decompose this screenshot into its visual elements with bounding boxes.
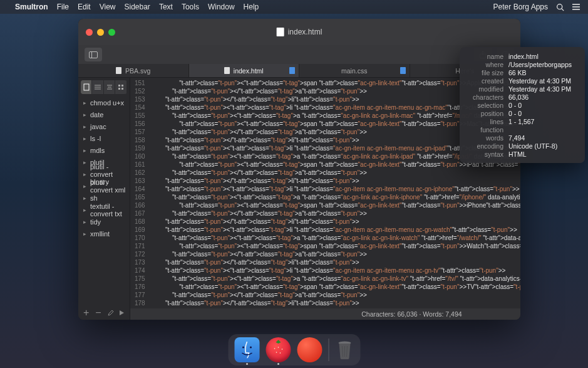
tab-label: index.html <box>234 67 264 75</box>
minimize-button[interactable] <box>97 29 104 36</box>
sidebar-item[interactable]: ▸ls -l <box>78 132 130 144</box>
seg-center-icon[interactable] <box>104 80 115 94</box>
info-row: selection0 - 0 <box>466 101 579 109</box>
svg-point-26 <box>274 348 275 349</box>
chevron-right-icon: ▸ <box>83 195 86 201</box>
info-key: selection <box>466 102 503 109</box>
menu-view[interactable]: View <box>100 3 116 11</box>
info-key: name <box>466 53 503 60</box>
dock-trash-icon[interactable] <box>335 339 354 361</box>
status-bar: Characters: 66,036 · Words: 7,494 <box>130 308 520 320</box>
sidebar-item[interactable]: ▸javac <box>78 120 130 132</box>
menu-edit[interactable]: Edit <box>78 3 91 11</box>
app-window: index.html PBA.svg index.html main.css H… <box>78 19 520 320</box>
sidebar-item[interactable]: ▸date <box>78 108 130 120</box>
window-title: index.html <box>277 28 322 36</box>
info-row: where/Users/peterborgapps <box>466 60 579 68</box>
info-row: words7,494 <box>466 134 579 142</box>
file-icon <box>224 67 230 74</box>
running-indicator <box>246 363 248 365</box>
svg-point-29 <box>276 352 277 353</box>
info-row: lines1 - 1,567 <box>466 117 579 125</box>
seg-list-icon[interactable] <box>92 80 103 94</box>
tab[interactable]: PBA.svg <box>78 64 189 77</box>
sidebar-item[interactable]: ▸chmod u+x <box>78 97 130 108</box>
info-row: position0 - 0 <box>466 109 579 117</box>
window-title-text: index.html <box>288 28 322 36</box>
file-icon <box>116 67 121 74</box>
info-key: position <box>466 110 503 117</box>
info-key: where <box>466 61 503 68</box>
info-key: syntax <box>466 150 503 158</box>
sidebar-toggle-button[interactable] <box>85 48 102 61</box>
info-value: Unicode (UTF-8) <box>508 142 557 150</box>
info-value: Yesterday at 4:30 PM <box>508 77 571 85</box>
sidebar-item[interactable]: ▸tidy <box>78 216 130 228</box>
sidebar-view-segmented[interactable] <box>81 80 127 94</box>
info-value: index.html <box>508 53 539 60</box>
svg-rect-12 <box>84 84 89 90</box>
info-key: encoding <box>466 142 503 150</box>
dock-smultron-icon[interactable] <box>266 337 291 362</box>
info-value: HTML <box>508 150 527 158</box>
chevron-right-icon: ▸ <box>83 112 86 118</box>
dock-tomato-icon[interactable] <box>297 337 322 362</box>
info-row: file size66 KB <box>466 68 579 76</box>
sidebar: ▸chmod u+x▸date▸javac▸ls -l▸mdls▸plutil▸… <box>78 78 130 320</box>
info-key: words <box>466 134 503 142</box>
info-key: lines <box>466 118 503 125</box>
close-button[interactable] <box>86 29 93 36</box>
info-key: function <box>466 126 503 134</box>
tab[interactable]: main.css <box>299 64 410 77</box>
edit-icon[interactable] <box>108 307 114 318</box>
maximize-button[interactable] <box>108 29 115 36</box>
sidebar-item[interactable]: ▸plutil -convert xml <box>78 180 130 192</box>
sidebar-item-label: textutil -convert txt <box>90 202 130 218</box>
spotlight-icon[interactable] <box>555 3 564 11</box>
sidebar-list[interactable]: ▸chmod u+x▸date▸javac▸ls -l▸mdls▸plutil▸… <box>78 97 130 306</box>
chevron-right-icon: ▸ <box>83 124 86 130</box>
menu-file[interactable]: File <box>57 3 69 11</box>
sidebar-item[interactable]: ▸mdls <box>78 144 130 156</box>
info-row: syntaxHTML <box>466 150 579 158</box>
menu-sidebar[interactable]: Sidebar <box>125 3 150 11</box>
menu-tools[interactable]: Tools <box>182 3 199 11</box>
info-popover: nameindex.htmlwhere/Users/peterborgappsf… <box>460 47 585 163</box>
menubar: Smultron File Edit View Sidebar Text Too… <box>0 0 588 14</box>
sidebar-item-label: javac <box>90 123 106 130</box>
run-icon[interactable] <box>119 307 125 318</box>
menu-help[interactable]: Help <box>244 3 259 11</box>
info-key: created <box>466 77 503 85</box>
chevron-right-icon: ▸ <box>83 231 86 237</box>
info-row: encodingUnicode (UTF-8) <box>466 142 579 150</box>
remove-button[interactable]: − <box>95 307 101 318</box>
info-value: /Users/peterborgapps <box>508 61 572 68</box>
line-gutter: 151 152 153 154 155 156 157 158 159 160 … <box>130 78 149 308</box>
sidebar-item-label: tidy <box>90 218 101 226</box>
seg-grid-icon[interactable] <box>115 80 126 94</box>
info-value: 7,494 <box>508 134 525 142</box>
svg-point-0 <box>557 4 562 9</box>
titlebar[interactable]: index.html <box>78 19 520 45</box>
dock-separator <box>328 339 329 361</box>
dock <box>228 334 360 365</box>
tab[interactable]: index.html <box>189 64 300 77</box>
toolbar <box>78 45 520 64</box>
chevron-right-icon: ▸ <box>83 147 86 154</box>
svg-point-30 <box>279 352 281 354</box>
traffic-lights <box>78 29 115 36</box>
info-value: 1 - 1,567 <box>508 118 534 125</box>
sidebar-item-label: chmod u+x <box>90 99 124 107</box>
seg-documents-icon[interactable] <box>81 80 92 94</box>
control-center-icon[interactable] <box>572 3 580 11</box>
sidebar-item[interactable]: ▸textutil -convert txt <box>78 204 130 216</box>
menu-text[interactable]: Text <box>159 3 173 11</box>
sidebar-item[interactable]: ▸xmllint <box>78 228 130 239</box>
add-button[interactable]: + <box>83 307 89 318</box>
app-name[interactable]: Smultron <box>15 3 48 11</box>
info-row: modifiedYesterday at 4:30 PM <box>466 85 579 93</box>
menubar-right-text[interactable]: Peter Borg Apps <box>493 3 548 11</box>
dock-finder-icon[interactable] <box>234 337 259 362</box>
menu-window[interactable]: Window <box>208 3 235 11</box>
sidebar-item-label: mdls <box>90 147 105 154</box>
